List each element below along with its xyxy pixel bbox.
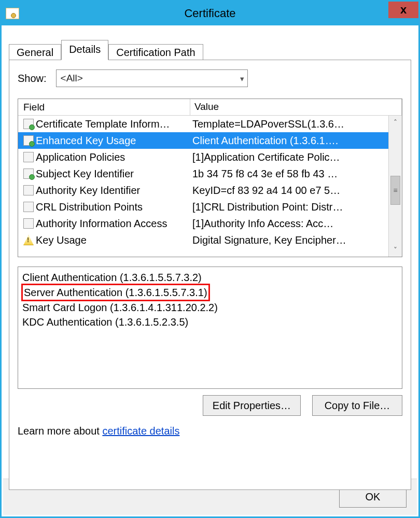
field-detail-textbox[interactable]: Client Authentication (1.3.6.1.5.5.7.3.2… — [18, 267, 402, 389]
certificate-dialog: Certificate x General Details Certificat… — [0, 0, 420, 518]
extension-icon — [23, 119, 34, 129]
list-body: Certificate Template Inform…Template=LDA… — [18, 116, 402, 257]
show-filter-row: Show: <All> ▾ — [18, 69, 402, 87]
list-row[interactable]: Authority Key IdentifierKeyID=cf 83 92 a… — [18, 182, 388, 199]
scroll-thumb[interactable]: ≡ — [390, 176, 400, 205]
extension-icon — [23, 202, 34, 212]
list-header: Field Value — [18, 99, 402, 116]
field-value: Client Authentication (1.3.6.1…. — [190, 135, 388, 147]
highlighted-detail-line: Server Authentication (1.3.6.1.5.5.7.3.1… — [21, 284, 210, 301]
title-bar: Certificate x — [2, 2, 418, 25]
field-name: Certificate Template Inform… — [36, 118, 170, 130]
edit-properties-button[interactable]: Edit Properties… — [203, 395, 301, 416]
field-value: Template=LDAPoverSSL(1.3.6… — [190, 118, 388, 130]
copy-to-file-button[interactable]: Copy to File… — [312, 395, 402, 416]
certificate-details-link[interactable]: certificate details — [102, 425, 179, 437]
field-value: [1]Authority Info Access: Acc… — [190, 218, 388, 230]
field-value: Digital Signature, Key Encipher… — [190, 234, 388, 246]
warning-icon — [23, 235, 34, 245]
detail-line: KDC Authentication (1.3.6.1.5.2.3.5) — [22, 315, 398, 329]
list-row[interactable]: Authority Information Access[1]Authority… — [18, 215, 388, 232]
field-name: Enhanced Key Usage — [36, 135, 136, 147]
learn-more-text: Learn more about certificate details — [18, 425, 402, 437]
extension-icon — [23, 218, 34, 229]
field-value: [1]CRL Distribution Point: Distr… — [190, 201, 388, 213]
list-row[interactable]: CRL Distribution Points[1]CRL Distributi… — [18, 199, 388, 215]
tab-strip: General Details Certification Path — [9, 39, 411, 60]
show-filter-value: <All> — [61, 73, 83, 84]
tab-page-details: Show: <All> ▾ Field Value Certificate Te… — [9, 60, 411, 490]
scroll-track[interactable]: ≡ — [389, 129, 402, 243]
list-rows: Certificate Template Inform…Template=LDA… — [18, 116, 388, 257]
close-icon: x — [400, 3, 407, 17]
column-header-field[interactable]: Field — [18, 99, 190, 115]
field-value: KeyID=cf 83 92 a4 14 00 e7 5… — [190, 185, 388, 197]
extension-icon — [23, 135, 34, 146]
vertical-scrollbar[interactable]: ˄ ≡ ˅ — [388, 116, 402, 257]
field-name: CRL Distribution Points — [36, 201, 143, 213]
tab-details[interactable]: Details — [61, 40, 108, 60]
close-button[interactable]: x — [388, 2, 418, 18]
tab-certification-path[interactable]: Certification Path — [108, 44, 203, 62]
field-name: Authority Key Identifier — [36, 185, 140, 197]
scroll-up-icon[interactable]: ˄ — [389, 116, 402, 129]
client-area: General Details Certification Path Show:… — [2, 25, 418, 490]
detail-line: Server Authentication (1.3.6.1.5.5.7.3.1… — [22, 285, 398, 300]
list-row[interactable]: Certificate Template Inform…Template=LDA… — [18, 116, 388, 132]
detail-line: Client Authentication (1.3.6.1.5.5.7.3.2… — [22, 270, 398, 285]
field-name: Subject Key Identifier — [36, 168, 134, 180]
learn-more-prefix: Learn more about — [18, 425, 102, 437]
button-row: Edit Properties… Copy to File… — [18, 395, 402, 416]
detail-line: Smart Card Logon (1.3.6.1.4.1.311.20.2.2… — [22, 300, 398, 315]
window-title: Certificate — [2, 7, 418, 20]
list-row[interactable]: Subject Key Identifier1b 34 75 f8 c4 3e … — [18, 165, 388, 182]
extension-icon — [23, 169, 34, 179]
show-filter-dropdown[interactable]: <All> ▾ — [56, 69, 248, 87]
column-header-value[interactable]: Value — [190, 99, 402, 115]
field-name: Application Policies — [36, 151, 125, 163]
field-name: Key Usage — [36, 234, 87, 246]
scroll-down-icon[interactable]: ˅ — [389, 243, 402, 257]
list-row[interactable]: Enhanced Key UsageClient Authentication … — [18, 132, 388, 149]
extension-icon — [23, 152, 34, 162]
extension-icon — [23, 185, 34, 195]
show-label: Show: — [18, 73, 47, 85]
field-value: 1b 34 75 f8 c4 3e ef 58 fb 43 … — [190, 168, 388, 180]
chevron-down-icon: ▾ — [240, 74, 244, 83]
list-row[interactable]: Application Policies[1]Application Certi… — [18, 149, 388, 165]
field-name: Authority Information Access — [36, 218, 167, 230]
field-value: [1]Application Certificate Polic… — [190, 151, 388, 163]
certificate-icon — [6, 8, 19, 19]
list-row[interactable]: Key UsageDigital Signature, Key Encipher… — [18, 232, 388, 248]
tab-general[interactable]: General — [9, 44, 61, 62]
certificate-fields-list: Field Value Certificate Template Inform…… — [18, 99, 402, 257]
